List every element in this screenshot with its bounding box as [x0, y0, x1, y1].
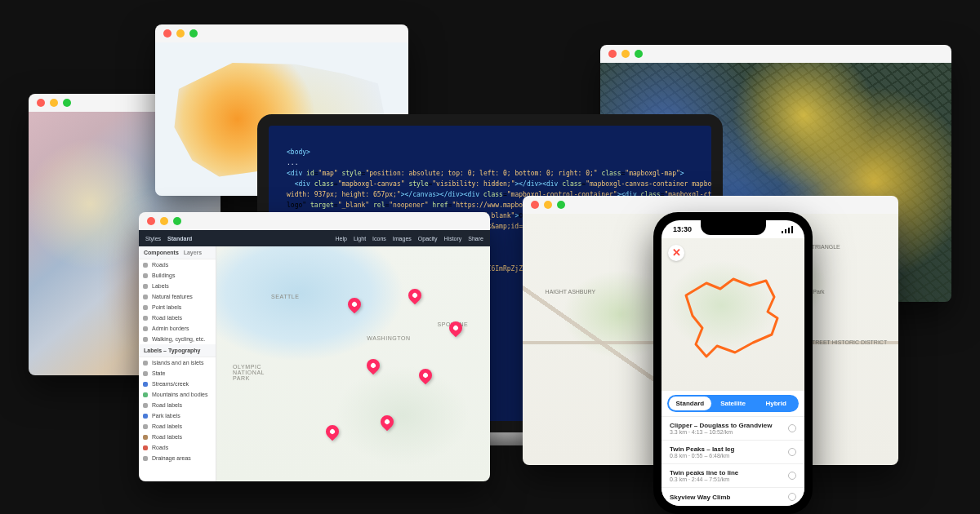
studio-sidebar: Components Layers RoadsBuildingsLabelsNa… [139, 246, 216, 481]
phone-screen: 13:30 ✕ StandardSatelliteHybrid Clipper … [662, 220, 804, 506]
close-icon[interactable] [147, 217, 155, 225]
tool-opacity[interactable]: Opacity [418, 236, 438, 241]
window-chrome [600, 45, 951, 63]
zoom-icon[interactable] [635, 50, 643, 58]
zoom-icon[interactable] [189, 29, 198, 38]
map-label: SEATTLE [271, 294, 300, 299]
zoom-icon[interactable] [63, 99, 71, 107]
status-time: 13:30 [673, 225, 692, 233]
ride-name: Clipper – Douglass to Grandview [670, 422, 783, 429]
studio-window: Styles Standard Help Light Icons Images … [139, 212, 490, 481]
radio-icon[interactable] [788, 493, 796, 501]
code-line: ... [287, 157, 693, 168]
tool-help[interactable]: Help [336, 236, 347, 241]
minimize-icon[interactable] [50, 99, 58, 107]
ride-meta: 3.3 km · 4:13 – 10:52/km [670, 429, 783, 435]
close-icon[interactable] [37, 99, 45, 107]
minimize-icon[interactable] [544, 201, 552, 209]
tool-share[interactable]: Share [468, 236, 483, 241]
ride-name: Twin Peaks – last leg [670, 445, 783, 453]
component-item[interactable]: Natural features [139, 291, 216, 302]
code-line: <div id="map" style="position: absolute;… [287, 168, 693, 179]
component-item[interactable]: Walking, cycling, etc. [139, 334, 216, 344]
group-header: Labels – Typography [139, 344, 216, 357]
code-line: <body> [287, 147, 693, 157]
code-line: <div class="mapboxgl-canvas" style="visi… [287, 179, 693, 189]
studio-toolbar: Styles Standard Help Light Icons Images … [139, 230, 490, 246]
style-name: Standard [167, 236, 192, 241]
map-pin-icon[interactable] [416, 366, 435, 384]
components-header[interactable]: Components [144, 250, 179, 255]
map-pin-icon[interactable] [405, 286, 424, 305]
styles-dropdown[interactable]: Styles [145, 236, 161, 241]
layer-item[interactable]: Road labels [139, 400, 216, 410]
layer-item[interactable]: Roads [139, 442, 216, 453]
radio-icon[interactable] [788, 472, 796, 480]
ride-item[interactable]: Clipper – Douglass to Grandview3.3 km · … [662, 416, 804, 440]
map-label: OLYMPIC NATIONAL PARK [233, 364, 274, 381]
layer-item[interactable]: Park labels [139, 410, 216, 421]
phone-notch [701, 220, 766, 235]
minimize-icon[interactable] [621, 50, 630, 58]
component-item[interactable]: Buildings [139, 270, 216, 281]
window-chrome [139, 212, 490, 230]
map-pin-icon[interactable] [378, 413, 397, 432]
layer-item[interactable]: Islands and an islets [139, 357, 216, 368]
map-pin-icon[interactable] [323, 423, 342, 441]
zoom-icon[interactable] [173, 217, 181, 225]
ride-item[interactable]: Twin Peaks – last leg0.8 km · 0:55 – 6:4… [662, 440, 804, 463]
map-pin-icon[interactable] [364, 357, 383, 375]
tool-images[interactable]: Images [393, 236, 412, 241]
ride-item[interactable]: Twin peaks line to line0.3 km · 2:44 – 7… [662, 463, 804, 487]
layer-item[interactable]: Streams/creek [139, 379, 216, 389]
layer-item[interactable]: Mountains and bodies [139, 389, 216, 400]
close-icon[interactable] [163, 29, 172, 38]
component-item[interactable]: Admin borders [139, 323, 216, 334]
layer-item[interactable]: Road labels [139, 432, 216, 442]
ride-name: Twin peaks line to line [670, 469, 783, 476]
component-item[interactable]: Road labels [139, 312, 216, 323]
tool-light[interactable]: Light [354, 236, 366, 241]
component-item[interactable]: Point labels [139, 302, 216, 312]
minimize-icon[interactable] [176, 29, 185, 38]
map-pin-icon[interactable] [345, 295, 363, 314]
studio-map[interactable]: SEATTLE WASHINGTON SPOKANE OLYMPIC NATIO… [216, 246, 490, 481]
route-path [662, 238, 804, 401]
window-chrome [523, 196, 898, 214]
ride-list: Clipper – Douglass to Grandview3.3 km · … [662, 416, 804, 506]
close-icon[interactable] [608, 50, 617, 58]
signal-icon [782, 226, 793, 233]
window-chrome [155, 24, 408, 42]
ride-name: Skyview Way Climb [670, 494, 783, 501]
tool-icons[interactable]: Icons [372, 236, 386, 241]
component-item[interactable]: Roads [139, 259, 216, 270]
radio-icon[interactable] [788, 424, 796, 432]
layer-item[interactable]: Drainage areas [139, 453, 216, 463]
layer-item[interactable]: Road labels [139, 421, 216, 432]
map-label: WASHINGTON [367, 335, 410, 341]
tool-history[interactable]: History [444, 236, 462, 241]
ride-item[interactable]: Skyview Way Climb [662, 487, 804, 506]
ride-meta: 0.3 km · 2:44 – 7:51/km [670, 476, 783, 482]
phone-map[interactable]: ✕ [662, 238, 804, 391]
zoom-icon[interactable] [557, 201, 565, 209]
ride-meta: 0.8 km · 0:55 – 6:48/km [670, 453, 783, 459]
minimize-icon[interactable] [160, 217, 168, 225]
component-item[interactable]: Labels [139, 281, 216, 291]
close-icon[interactable] [531, 201, 539, 209]
layers-header[interactable]: Layers [184, 250, 203, 255]
phone: 13:30 ✕ StandardSatelliteHybrid Clipper … [653, 212, 813, 514]
map-label: HAIGHT ASHBURY [546, 289, 596, 295]
layer-item[interactable]: State [139, 368, 216, 379]
radio-icon[interactable] [788, 448, 796, 456]
